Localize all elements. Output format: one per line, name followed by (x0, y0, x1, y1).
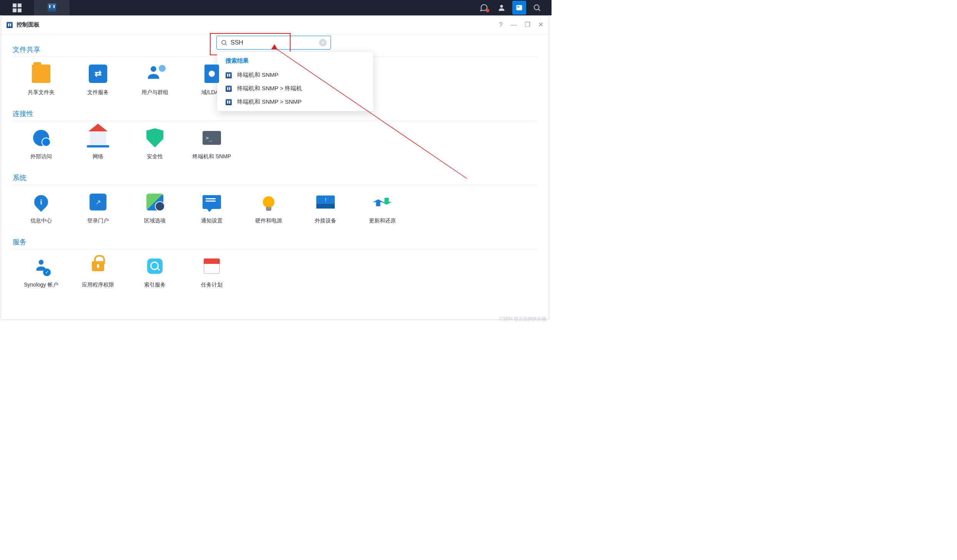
svg-point-0 (500, 5, 503, 8)
svg-point-7 (151, 66, 156, 72)
control-panel-icon (7, 22, 13, 28)
svg-line-6 (225, 44, 226, 45)
item-update-restore[interactable]: 更新和还原 (354, 187, 411, 230)
hdd-icon (316, 196, 335, 209)
watermark: CSDN @云边的快乐猫 (499, 316, 546, 322)
magnifier-icon (147, 258, 163, 274)
search-result-item[interactable]: 终端机和 SNMP > SNMP (217, 95, 373, 109)
sync-icon (375, 194, 390, 210)
search-results-title: 搜索结果 (217, 57, 373, 68)
item-label: 共享文件夹 (28, 89, 55, 96)
item-label: 安全性 (147, 153, 163, 160)
item-label: 文件服务 (87, 89, 109, 96)
item-hardware-power[interactable]: 硬件和电源 (240, 187, 297, 230)
control-panel-icon (226, 72, 232, 78)
svg-point-3 (534, 5, 539, 10)
item-external-access[interactable]: 外部访问 (13, 123, 70, 166)
item-label: 终端机和 SNMP (193, 153, 231, 160)
taskbar (0, 0, 552, 15)
item-label: 登录门户 (87, 217, 109, 224)
item-user-group[interactable]: 用户与群组 (126, 59, 183, 102)
item-external-devices[interactable]: 外接设备 (297, 187, 354, 230)
svg-rect-2 (517, 7, 519, 8)
terminal-icon: >_ (203, 131, 221, 145)
search-result-item[interactable]: 终端机和 SNMP (217, 68, 373, 82)
svg-rect-1 (517, 5, 522, 10)
apps-icon (13, 3, 22, 12)
item-label: 信息中心 (30, 217, 52, 224)
item-info-center[interactable]: i信息中心 (13, 187, 70, 230)
item-network[interactable]: 网络 (70, 123, 126, 166)
item-label: 用户与群组 (141, 89, 168, 96)
network-icon (90, 131, 106, 145)
control-panel-window: 控制面板 ? — ❐ ✕ ✕ 搜索结果 终端机和 SNMP 终端机和 SNMP … (1, 15, 549, 320)
clear-search-icon[interactable]: ✕ (319, 39, 327, 46)
window-titlebar: 控制面板 ? — ❐ ✕ (1, 16, 549, 34)
item-shared-folder[interactable]: 共享文件夹 (13, 59, 70, 102)
folder-icon (32, 65, 50, 83)
control-panel-icon (226, 99, 232, 105)
search-result-label: 终端机和 SNMP > SNMP (237, 98, 302, 106)
taskbar-control-panel-button[interactable] (35, 0, 69, 15)
svg-point-8 (39, 260, 44, 265)
window-title: 控制面板 (17, 21, 40, 28)
calendar-icon (204, 258, 220, 274)
item-label: 外接设备 (315, 217, 336, 224)
taskbar-widget-icon[interactable] (512, 1, 526, 15)
item-notification[interactable]: 通知设置 (183, 187, 240, 230)
file-services-icon: ⇄ (89, 65, 107, 83)
section-title-services: 服务 (13, 237, 537, 249)
item-file-services[interactable]: ⇄文件服务 (70, 59, 126, 102)
item-label: 更新和还原 (369, 217, 396, 224)
item-app-privileges[interactable]: 应用程序权限 (70, 252, 126, 295)
search-box: ✕ 搜索结果 终端机和 SNMP 终端机和 SNMP > 终端机 终端机和 SN… (216, 36, 331, 50)
search-input[interactable] (231, 39, 316, 46)
lock-icon (92, 261, 104, 271)
item-synology-account[interactable]: Synology 帐户 (13, 252, 70, 295)
taskbar-search-icon[interactable] (530, 1, 544, 15)
item-label: 应用程序权限 (82, 282, 114, 288)
item-label: 任务计划 (201, 282, 223, 288)
search-result-label: 终端机和 SNMP > 终端机 (237, 85, 302, 92)
item-label: 网络 (93, 153, 103, 160)
taskbar-apps-button[interactable] (0, 0, 35, 15)
item-indexing[interactable]: 索引服务 (126, 252, 183, 295)
item-task-scheduler[interactable]: 任务计划 (183, 252, 240, 295)
taskbar-chat-icon[interactable] (477, 1, 491, 15)
search-results-dropdown: 搜索结果 终端机和 SNMP 终端机和 SNMP > 终端机 终端机和 SNMP… (217, 51, 374, 111)
item-terminal-snmp[interactable]: >_终端机和 SNMP (183, 123, 240, 166)
item-label: Synology 帐户 (24, 282, 58, 288)
maximize-button[interactable]: ❐ (525, 21, 530, 29)
shield-icon (146, 128, 163, 147)
item-label: 硬件和电源 (255, 217, 282, 224)
item-regional[interactable]: 区域选项 (126, 187, 183, 230)
globe-icon (33, 130, 49, 146)
bulb-icon (263, 196, 274, 208)
section-title-system: 系统 (13, 173, 537, 185)
search-icon (221, 39, 228, 46)
svg-point-5 (222, 40, 226, 45)
notification-icon (203, 195, 221, 209)
item-label: 区域选项 (144, 217, 166, 224)
search-result-item[interactable]: 终端机和 SNMP > 终端机 (217, 82, 373, 95)
minimize-button[interactable]: — (510, 21, 517, 29)
taskbar-user-icon[interactable] (495, 1, 508, 15)
item-security[interactable]: 安全性 (126, 123, 183, 166)
item-label: 索引服务 (144, 282, 166, 288)
item-label: 通知设置 (201, 217, 223, 224)
close-button[interactable]: ✕ (538, 21, 543, 29)
portal-icon: ↗ (90, 194, 106, 210)
account-icon (34, 257, 48, 275)
regional-icon (146, 194, 163, 210)
help-button[interactable]: ? (499, 21, 503, 29)
control-panel-icon (48, 3, 56, 12)
user-group-icon (146, 63, 163, 84)
search-result-label: 终端机和 SNMP (237, 71, 279, 79)
control-panel-icon (226, 86, 232, 92)
svg-line-4 (538, 9, 540, 11)
info-icon: i (32, 192, 51, 212)
contacts-icon (204, 65, 219, 83)
item-label: 外部访问 (30, 153, 52, 160)
item-login-portal[interactable]: ↗登录门户 (70, 187, 126, 230)
